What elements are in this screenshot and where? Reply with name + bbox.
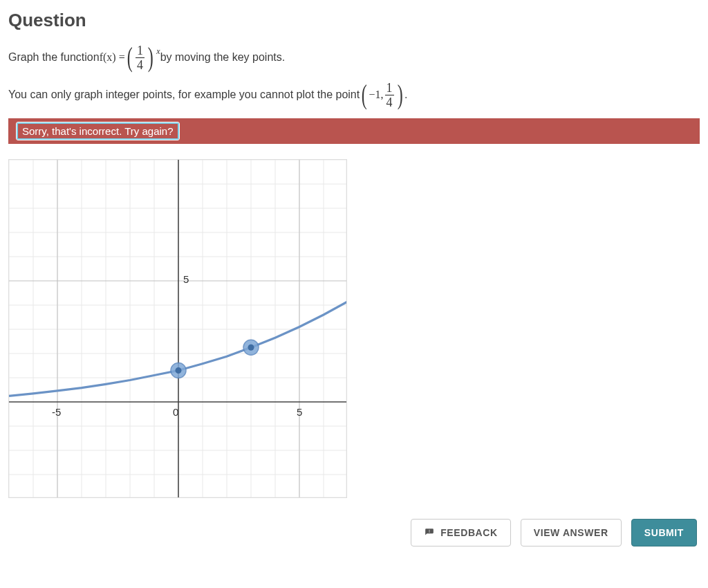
open-paren: (: [127, 44, 132, 71]
point-fraction: 1 4: [385, 82, 394, 109]
draggable-point-center[interactable]: [176, 367, 182, 374]
fraction-expression: ( 1 4 ): [125, 44, 156, 71]
view-answer-button[interactable]: VIEW ANSWER: [521, 519, 622, 546]
feedback-button[interactable]: FEEDBACK: [411, 519, 511, 546]
close-paren: ): [148, 44, 153, 71]
submit-button[interactable]: SUBMIT: [631, 519, 697, 546]
graph-svg[interactable]: 5 -5 0 5: [9, 160, 346, 497]
point-expression: ( −1, 1 4 ): [360, 81, 404, 109]
prompt-text-3: You can only graph integer points, for e…: [8, 86, 360, 104]
open-paren-2: (: [362, 81, 367, 109]
fraction-numerator: 1: [136, 44, 145, 57]
point-x: −1,: [369, 86, 384, 104]
x-tick-5: 5: [297, 406, 302, 418]
prompt-text-1: Graph the function: [8, 48, 100, 66]
button-row: FEEDBACK VIEW ANSWER SUBMIT: [8, 519, 700, 546]
prompt-line-1: Graph the function f(x) = ( 1 4 ) x by m…: [8, 44, 700, 71]
prompt-period: .: [404, 86, 407, 104]
page-title: Question: [8, 10, 700, 31]
feedback-banner: Sorry, that's incorrect. Try again?: [8, 118, 700, 144]
fraction-denominator: 4: [136, 57, 145, 71]
submit-label: SUBMIT: [644, 527, 684, 538]
feedback-text: Sorry, that's incorrect. Try again?: [17, 122, 179, 140]
prompt-text-2: by moving the key points.: [160, 48, 286, 66]
prompt-line-2: You can only graph integer points, for e…: [8, 81, 700, 109]
function-lhs: f(x) =: [100, 48, 125, 66]
close-paren-2: ): [397, 81, 402, 109]
axis-labels: 5 -5 0 5: [52, 273, 302, 418]
graph-canvas[interactable]: 5 -5 0 5: [8, 159, 347, 498]
draggable-point-center[interactable]: [248, 344, 254, 351]
y-tick-5: 5: [183, 273, 189, 285]
fraction-1-4: 1 4: [136, 44, 145, 71]
point-frac-num: 1: [385, 82, 394, 95]
point-frac-den: 4: [385, 95, 394, 109]
feedback-icon: [424, 528, 435, 538]
x-tick-0: 0: [173, 406, 178, 418]
x-tick-neg5: -5: [52, 406, 61, 418]
feedback-button-label: FEEDBACK: [440, 527, 498, 538]
question-body: Graph the function f(x) = ( 1 4 ) x by m…: [8, 44, 700, 109]
view-answer-label: VIEW ANSWER: [534, 527, 608, 538]
function-curve[interactable]: [9, 302, 346, 396]
